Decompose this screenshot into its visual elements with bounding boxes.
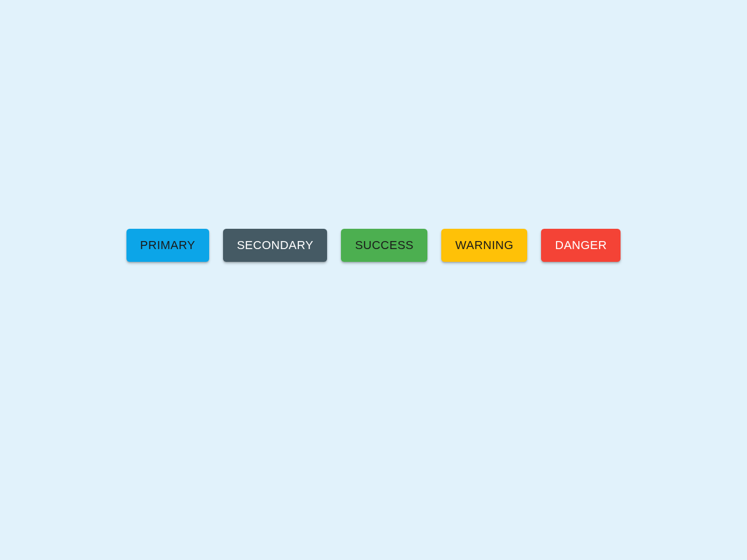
danger-button[interactable]: DANGER [541,229,621,262]
button-row: PRIMARY SECONDARY SUCCESS WARNING DANGER [126,229,621,262]
secondary-button[interactable]: SECONDARY [223,229,327,262]
warning-button[interactable]: WARNING [441,229,527,262]
primary-button[interactable]: PRIMARY [126,229,209,262]
success-button[interactable]: SUCCESS [341,229,427,262]
